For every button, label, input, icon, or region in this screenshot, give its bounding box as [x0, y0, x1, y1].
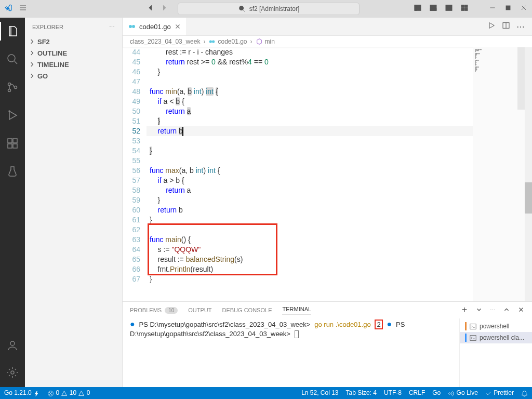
line-gutter: 4445464748495051525354555657585960616263… [123, 47, 150, 301]
status-go-live[interactable]: Go Live [448, 389, 478, 396]
tab-code01[interactable]: code01.go [123, 18, 187, 35]
status-prettier[interactable]: Prettier [485, 389, 514, 396]
minimap[interactable]: █ ██ ██ █████ ███████ ██ ██ ██████████ █… [473, 47, 525, 301]
explorer-sidebar: EXPLORER ⋯ SF2 OUTLINE TIMELINE GO [25, 18, 123, 387]
svg-point-26 [212, 40, 215, 43]
more-icon[interactable]: ⋯ [516, 22, 525, 32]
editor-tabs: code01.go ⋯ [123, 18, 532, 36]
activity-search[interactable] [0, 50, 25, 69]
terminal-icon [470, 335, 476, 341]
svg-rect-7 [465, 5, 468, 8]
svg-point-12 [8, 83, 11, 86]
symbol-icon [256, 38, 263, 45]
terminal-prompt: PS D:\mysetup\gopath\src\sf2\class_2023_… [139, 321, 311, 328]
status-language[interactable]: Go [432, 389, 441, 396]
status-eol[interactable]: CRLF [409, 389, 425, 396]
sidebar-item-timeline[interactable]: TIMELINE [25, 59, 122, 70]
svg-point-0 [239, 6, 243, 10]
svg-rect-6 [461, 5, 464, 8]
terminal-output-box: 2 [375, 320, 382, 329]
layout-left-icon[interactable] [414, 4, 422, 14]
run-icon[interactable] [487, 21, 496, 32]
activity-testing[interactable] [0, 162, 25, 181]
svg-rect-8 [461, 8, 464, 11]
sidebar-item-go[interactable]: GO [25, 70, 122, 82]
panel-tab-output[interactable]: OUTPUT [188, 307, 211, 313]
code-editor[interactable]: 4445464748495051525354555657585960616263… [123, 47, 532, 301]
dropdown-icon[interactable] [475, 306, 483, 314]
svg-point-13 [8, 89, 11, 92]
scrollbar-thumb[interactable] [525, 182, 532, 214]
status-diagnostics[interactable]: 0 10 0 [47, 389, 90, 396]
new-terminal-icon[interactable] [461, 306, 468, 314]
go-file-icon [128, 22, 136, 31]
svg-rect-9 [465, 8, 468, 11]
editor-area: code01.go ⋯ class_2023_04_03_week code01… [123, 18, 532, 387]
minimap-slider[interactable] [517, 47, 525, 110]
command-center[interactable]: sf2 [Administrator] [178, 3, 360, 15]
layout-custom-icon[interactable] [460, 4, 469, 14]
breadcrumb[interactable]: class_2023_04_03_week code01.go min [123, 36, 532, 47]
terminal-icon [470, 323, 476, 330]
svg-point-30 [449, 393, 450, 394]
panel-tab-terminal[interactable]: TERMINAL [282, 306, 311, 314]
terminal-item[interactable]: powershell cla... [460, 332, 532, 343]
svg-point-14 [15, 86, 17, 89]
activity-explorer[interactable] [0, 22, 25, 41]
back-button[interactable] [147, 4, 155, 14]
terminal-list: powershell powershell cla... [459, 318, 532, 387]
breadcrumb-folder[interactable]: class_2023_04_03_week [130, 38, 200, 45]
activity-settings[interactable] [0, 363, 25, 382]
status-go-version[interactable]: Go 1.21.0 [4, 389, 40, 396]
go-file-icon [208, 38, 216, 45]
split-icon[interactable] [502, 21, 510, 32]
svg-rect-4 [430, 8, 436, 10]
panel-close-icon[interactable] [517, 306, 525, 314]
svg-rect-18 [13, 144, 17, 148]
sidebar-item-label: TIMELINE [37, 61, 69, 69]
terminal-cursor [295, 330, 299, 338]
maximize-button[interactable] [504, 4, 512, 14]
status-cursor-pos[interactable]: Ln 52, Col 13 [301, 389, 338, 396]
activity-extensions[interactable] [0, 134, 25, 153]
menu-icon[interactable] [19, 4, 27, 14]
title-bar: sf2 [Administrator] [0, 0, 532, 18]
status-tab-size[interactable]: Tab Size: 4 [346, 389, 377, 396]
terminal-content[interactable]: ● PS D:\mysetup\gopath\src\sf2\class_202… [123, 318, 459, 387]
layout-bottom-icon[interactable] [429, 4, 437, 14]
svg-rect-17 [8, 144, 12, 148]
activity-bar [0, 18, 25, 387]
status-encoding[interactable]: UTF-8 [384, 389, 402, 396]
svg-rect-2 [415, 5, 417, 11]
sidebar-item-outline[interactable]: OUTLINE [25, 47, 122, 59]
svg-rect-16 [8, 139, 12, 143]
panel-tab-problems[interactable]: PROBLEMS10 [130, 307, 178, 314]
panel-more-icon[interactable]: ⋯ [490, 307, 496, 314]
svg-point-23 [132, 25, 135, 28]
bottom-panel: PROBLEMS10 OUTPUT DEBUG CONSOLE TERMINAL… [123, 301, 532, 387]
tab-close-icon[interactable] [174, 23, 181, 30]
breadcrumb-symbol[interactable]: min [265, 38, 275, 45]
svg-point-22 [129, 25, 132, 28]
sidebar-item-sf2[interactable]: SF2 [25, 36, 122, 47]
svg-rect-28 [470, 335, 476, 340]
breadcrumb-file[interactable]: code01.go [218, 38, 247, 45]
activity-debug[interactable] [0, 106, 25, 125]
vertical-scrollbar[interactable] [525, 47, 532, 301]
close-button[interactable] [520, 4, 528, 14]
code-content[interactable]: rest := r - i - changes return rest >= 0… [150, 47, 473, 301]
search-text: sf2 [Administrator] [249, 5, 300, 12]
panel-tab-debug[interactable]: DEBUG CONSOLE [222, 307, 272, 313]
sidebar-item-label: OUTLINE [37, 49, 67, 57]
svg-point-20 [10, 341, 15, 345]
activity-account[interactable] [0, 336, 25, 355]
activity-scm[interactable] [0, 78, 25, 97]
panel-up-icon[interactable] [503, 306, 510, 314]
layout-right-icon[interactable] [445, 4, 453, 14]
sidebar-more-icon[interactable]: ⋯ [109, 23, 115, 30]
minimize-button[interactable] [488, 4, 497, 14]
forward-button[interactable] [160, 4, 168, 14]
status-notifications[interactable] [521, 389, 528, 396]
sidebar-item-label: SF2 [37, 38, 50, 46]
terminal-item[interactable]: powershell [460, 321, 532, 332]
